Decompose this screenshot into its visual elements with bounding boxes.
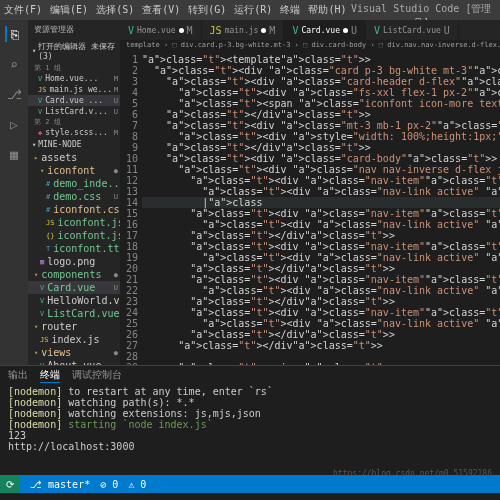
sync-icon[interactable]: ⟳ (0, 476, 20, 493)
watermark: https://blog.csdn.net/m0_51592186 (333, 469, 492, 478)
extensions-icon[interactable]: ▦ (6, 146, 22, 162)
warnings-count[interactable]: ⚠ 0 (128, 479, 146, 490)
group-1-label: 第 1 组 (28, 63, 120, 73)
tree-item[interactable]: ▾views● (28, 346, 120, 359)
tree-item[interactable]: #demo_inde...U (28, 177, 120, 190)
menu-item[interactable]: 查看(V) (142, 3, 180, 17)
terminal-panel: 输出终端调试控制台 [nodemon] to restart at any ti… (0, 365, 500, 475)
menu-item[interactable]: 终端 (280, 3, 300, 17)
activity-bar: ⎘ ⌕ ⎇ ▷ ▦ (0, 20, 28, 365)
editor-tab[interactable]: JSmain.jsM (202, 20, 285, 40)
tree-item[interactable]: VAbout.vue (28, 359, 120, 365)
sidebar: 资源管理器 打开的编辑器 未保存(3) 第 1 组 VHome.vue...MJ… (28, 20, 120, 365)
open-file-item[interactable]: VHome.vue...M (28, 73, 120, 84)
terminal-tabs: 输出终端调试控制台 (0, 366, 500, 384)
terminal-output[interactable]: [nodemon] to restart at any time, enter … (0, 384, 500, 454)
editor-tab[interactable]: VListCard.vueU (366, 20, 459, 40)
menu-item[interactable]: 编辑(E) (50, 3, 88, 17)
tree-item[interactable]: JSiconfont.jsU (28, 216, 120, 229)
errors-count[interactable]: ⊘ 0 (100, 479, 118, 490)
tree-item[interactable]: ▸assets (28, 151, 120, 164)
source-control-icon[interactable]: ⎇ (6, 86, 22, 102)
menu-item[interactable]: 选择(S) (96, 3, 134, 17)
menu-item[interactable]: 帮助(H) (308, 3, 346, 17)
tree-item[interactable]: #demo.cssU (28, 190, 120, 203)
tree-item[interactable]: ▾iconfont● (28, 164, 120, 177)
editor-tab[interactable]: VCard.vueU (284, 20, 366, 40)
breadcrumb[interactable]: template › ⬚ div.card.p-3.bg-white.mt-3 … (120, 40, 500, 54)
tree-item[interactable]: VListCard.vueU (28, 307, 120, 320)
tree-item[interactable]: #iconfont.cssM (28, 203, 120, 216)
open-file-item[interactable]: ◆style.scss...M (28, 127, 120, 138)
menu-item[interactable]: 转到(G) (188, 3, 226, 17)
tree-item[interactable]: ▾components● (28, 268, 120, 281)
open-file-item[interactable]: VListCard.v...U (28, 106, 120, 117)
tree-item[interactable]: ▾router (28, 320, 120, 333)
editor-area: VHome.vueMJSmain.jsMVCard.vueUVListCard.… (120, 20, 500, 365)
tree-item[interactable]: VCard.vueU (28, 281, 120, 294)
debug-icon[interactable]: ▷ (6, 116, 22, 132)
title-bar: 文件(F)编辑(E)选择(S)查看(V)转到(G)运行(R)终端帮助(H) ● … (0, 0, 500, 20)
terminal-tab[interactable]: 输出 (8, 368, 28, 382)
menu-bar: 文件(F)编辑(E)选择(S)查看(V)转到(G)运行(R)终端帮助(H) (4, 3, 346, 17)
menu-item[interactable]: 文件(F) (4, 3, 42, 17)
open-file-item[interactable]: JSmain.js we...M (28, 84, 120, 95)
open-file-item[interactable]: VCard.vue ...U (28, 95, 120, 106)
explorer-icon[interactable]: ⎘ (5, 26, 21, 42)
code-editor[interactable]: 1234567891011121314151617181920212223242… (120, 54, 500, 365)
menu-item[interactable]: 运行(R) (234, 3, 272, 17)
git-branch[interactable]: ⎇ master* (30, 479, 90, 490)
project-header[interactable]: MINE-NODE (28, 138, 120, 151)
open-editors-header[interactable]: 打开的编辑器 未保存(3) (28, 39, 120, 63)
code-lines[interactable]: "a">class="t"><template"a">class="t">> "… (142, 54, 500, 365)
editor-tabs: VHome.vueMJSmain.jsMVCard.vueUVListCard.… (120, 20, 500, 40)
tree-item[interactable]: {}iconfont.jsonU (28, 229, 120, 242)
tree-item[interactable]: ▦logo.png (28, 255, 120, 268)
sidebar-title: 资源管理器 (28, 20, 120, 39)
group-2-label: 第 2 组 (28, 117, 120, 127)
tree-item[interactable]: Ticonfont.ttfU (28, 242, 120, 255)
tree-item[interactable]: JSindex.js (28, 333, 120, 346)
editor-tab[interactable]: VHome.vueM (120, 20, 202, 40)
terminal-tab[interactable]: 调试控制台 (72, 368, 122, 382)
line-gutter: 1234567891011121314151617181920212223242… (120, 54, 142, 365)
search-icon[interactable]: ⌕ (6, 56, 22, 72)
terminal-tab[interactable]: 终端 (40, 368, 60, 383)
tree-item[interactable]: VHelloWorld.vue (28, 294, 120, 307)
